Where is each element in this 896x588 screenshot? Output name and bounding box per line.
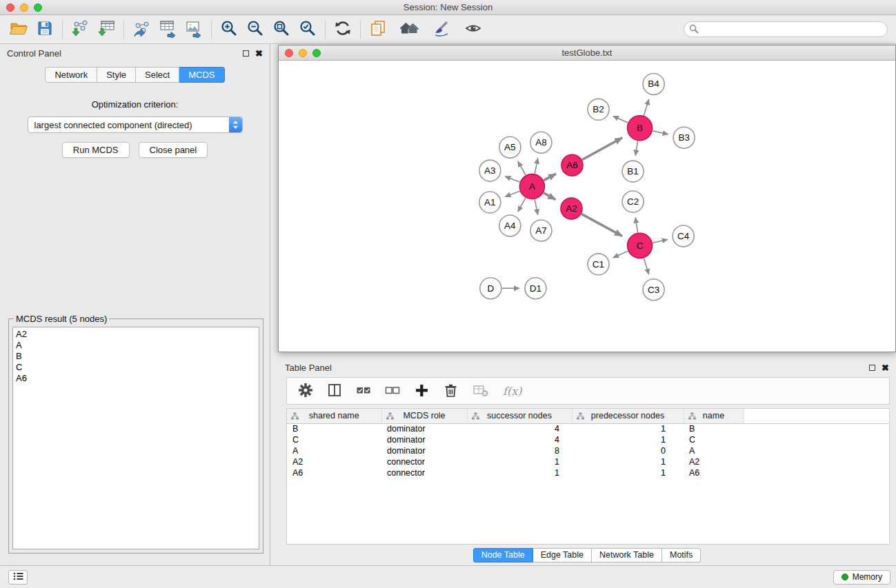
table-cell[interactable]: C — [287, 434, 381, 445]
node-B2[interactable]: B2 — [588, 99, 609, 120]
close-panel-icon[interactable]: ✖ — [255, 49, 263, 58]
node-A1[interactable]: A1 — [479, 192, 501, 213]
edge-B-B1[interactable] — [635, 141, 637, 156]
export-network-button[interactable] — [130, 18, 153, 41]
node-D1[interactable]: D1 — [525, 278, 546, 299]
table-cell[interactable]: 0 — [572, 445, 684, 456]
minimize-window-button[interactable] — [20, 3, 28, 12]
edge-A-A7[interactable] — [535, 199, 538, 214]
table-row[interactable]: Cdominator41C — [287, 434, 889, 445]
node-A7[interactable]: A7 — [530, 220, 552, 241]
save-session-button[interactable] — [33, 18, 57, 41]
network-window-titlebar[interactable]: testGlobe.txt — [279, 45, 895, 61]
table-cell[interactable]: A — [287, 445, 381, 456]
node-A3[interactable]: A3 — [479, 160, 501, 181]
apply-function-button[interactable]: f(x) — [503, 385, 521, 398]
table-cell[interactable]: A2 — [287, 456, 381, 467]
tab-style[interactable]: Style — [97, 67, 136, 83]
optimization-criterion-select[interactable]: largest connected component (directed) — [28, 116, 243, 133]
edge-A-A3[interactable] — [505, 176, 519, 182]
node-B1[interactable]: B1 — [622, 161, 644, 182]
open-file-button[interactable] — [7, 18, 30, 41]
edge-A6-B[interactable] — [582, 138, 622, 160]
table-cell[interactable]: B — [287, 423, 381, 434]
table-cell[interactable]: 1 — [467, 467, 572, 478]
table-cell[interactable]: A6 — [684, 467, 744, 478]
node-A4[interactable]: A4 — [499, 215, 521, 236]
table-row[interactable]: A2connector11A2 — [287, 456, 889, 467]
table-row[interactable]: Adominator80A — [287, 445, 889, 456]
zoom-fit-button[interactable] — [270, 18, 293, 41]
table-cell[interactable]: 8 — [467, 445, 572, 456]
node-B4[interactable]: B4 — [643, 73, 664, 94]
node-C1[interactable]: C1 — [588, 254, 609, 275]
close-panel-button[interactable]: Close panel — [139, 142, 208, 158]
maximize-window-button[interactable] — [34, 3, 42, 12]
node-D[interactable]: D — [480, 278, 501, 299]
table-cell[interactable]: dominator — [381, 423, 467, 434]
zoom-out-button[interactable] — [243, 18, 267, 41]
run-mcds-button[interactable]: Run MCDS — [62, 142, 130, 158]
tab-edge-table[interactable]: Edge Table — [533, 548, 592, 562]
float-panel-icon[interactable] — [243, 50, 249, 57]
import-network-button[interactable] — [68, 18, 92, 41]
node-C2[interactable]: C2 — [622, 191, 644, 212]
table-cell[interactable]: 1 — [467, 456, 572, 467]
table-cell[interactable]: 4 — [467, 423, 572, 434]
table-settings-button[interactable] — [298, 383, 313, 400]
refresh-button[interactable] — [331, 18, 355, 41]
add-column-button[interactable] — [414, 383, 429, 400]
search-input[interactable] — [684, 21, 888, 37]
result-item[interactable]: C — [13, 362, 259, 373]
edge-A-A6[interactable] — [544, 174, 556, 180]
table-cell[interactable]: 1 — [572, 423, 684, 434]
edge-A2-C[interactable] — [581, 214, 622, 236]
node-C3[interactable]: C3 — [643, 279, 664, 301]
apply-style-button[interactable] — [430, 18, 453, 41]
table-cell[interactable]: dominator — [381, 445, 467, 456]
tab-motifs[interactable]: Motifs — [662, 548, 701, 562]
export-image-button[interactable] — [182, 18, 206, 41]
table-cell[interactable]: A6 — [287, 467, 381, 478]
delete-table-button[interactable] — [472, 383, 489, 400]
select-all-button[interactable] — [356, 383, 371, 400]
close-window-button[interactable] — [6, 3, 14, 12]
table-cell[interactable]: connector — [381, 456, 467, 467]
tab-node-table[interactable]: Node Table — [473, 548, 533, 562]
edge-A-A4[interactable] — [518, 198, 526, 212]
node-A8[interactable]: A8 — [530, 132, 552, 153]
float-table-panel-icon[interactable] — [869, 365, 875, 371]
export-table-button[interactable] — [156, 18, 179, 41]
show-columns-button[interactable] — [327, 383, 342, 400]
result-item[interactable]: A2 — [13, 329, 259, 340]
node-A6[interactable]: A6 — [561, 154, 583, 176]
zoom-selected-button[interactable] — [296, 18, 319, 41]
close-table-panel-icon[interactable]: ✖ — [882, 363, 889, 372]
table-cell[interactable]: A — [684, 445, 744, 456]
memory-button[interactable]: Memory — [833, 570, 890, 585]
node-B3[interactable]: B3 — [673, 127, 695, 148]
network-close-button[interactable] — [285, 49, 293, 57]
column-header[interactable]: name — [684, 409, 744, 423]
table-cell[interactable]: connector — [381, 467, 467, 478]
tab-network[interactable]: Network — [45, 67, 97, 83]
home-layout-button[interactable] — [398, 18, 421, 41]
column-header[interactable]: MCDS role — [381, 409, 467, 423]
table-cell[interactable]: 1 — [572, 467, 684, 478]
show-panel-list-button[interactable] — [8, 570, 28, 585]
network-maximize-button[interactable] — [312, 49, 321, 57]
copy-view-button[interactable] — [366, 18, 390, 41]
edge-B-B4[interactable] — [644, 99, 648, 115]
edge-A-A5[interactable] — [518, 161, 526, 175]
deselect-all-button[interactable] — [385, 383, 400, 400]
edge-A-A8[interactable] — [535, 159, 538, 174]
table-cell[interactable]: C — [684, 434, 744, 445]
edge-B-B2[interactable] — [613, 116, 628, 123]
node-B[interactable]: B — [628, 116, 653, 141]
tab-select[interactable]: Select — [136, 67, 179, 83]
node-A[interactable]: A — [519, 174, 544, 199]
edge-B-B3[interactable] — [653, 131, 668, 134]
table-row[interactable]: Bdominator41B — [287, 423, 889, 434]
result-item[interactable]: A — [13, 340, 259, 351]
table-cell[interactable]: 4 — [467, 434, 572, 445]
